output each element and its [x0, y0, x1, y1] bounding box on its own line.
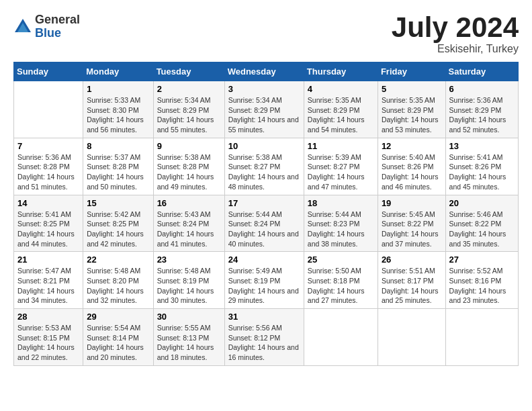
calendar-cell: 20 Sunrise: 5:46 AMSunset: 8:22 PMDaylig… [445, 195, 518, 252]
calendar-cell: 28 Sunrise: 5:53 AMSunset: 8:15 PMDaylig… [14, 309, 83, 366]
calendar-cell: 29 Sunrise: 5:54 AMSunset: 8:14 PMDaylig… [83, 309, 153, 366]
calendar-cell [14, 81, 83, 138]
header-wednesday: Wednesday [224, 62, 304, 81]
day-number: 11 [308, 141, 374, 151]
calendar-cell: 25 Sunrise: 5:50 AMSunset: 8:18 PMDaylig… [304, 252, 378, 309]
day-info: Sunrise: 5:48 AMSunset: 8:20 PMDaylight:… [87, 266, 149, 306]
day-number: 23 [157, 255, 221, 265]
title-location: Eskisehir, Turkey [392, 43, 519, 55]
calendar-cell: 3 Sunrise: 5:34 AMSunset: 8:29 PMDayligh… [224, 81, 304, 138]
logo-blue: Blue [35, 27, 80, 40]
day-info: Sunrise: 5:44 AMSunset: 8:23 PMDaylight:… [308, 210, 374, 249]
page-header: General Blue July 2024 Eskisehir, Turkey [13, 13, 519, 55]
logo-text: General Blue [35, 13, 80, 40]
day-number: 17 [228, 198, 300, 208]
day-number: 26 [382, 255, 442, 265]
day-info: Sunrise: 5:36 AMSunset: 8:28 PMDaylight:… [17, 152, 79, 192]
day-info: Sunrise: 5:46 AMSunset: 8:22 PMDaylight:… [449, 210, 515, 249]
day-number: 3 [228, 84, 300, 94]
day-number: 28 [17, 312, 79, 322]
day-number: 24 [228, 255, 300, 265]
day-info: Sunrise: 5:50 AMSunset: 8:18 PMDaylight:… [308, 266, 374, 306]
calendar-cell: 24 Sunrise: 5:49 AMSunset: 8:19 PMDaylig… [224, 252, 304, 309]
day-number: 30 [157, 312, 221, 322]
header-tuesday: Tuesday [153, 62, 224, 81]
calendar-cell: 12 Sunrise: 5:40 AMSunset: 8:26 PMDaylig… [378, 138, 445, 195]
week-row-3: 14 Sunrise: 5:41 AMSunset: 8:25 PMDaylig… [14, 195, 519, 252]
calendar-cell: 21 Sunrise: 5:47 AMSunset: 8:21 PMDaylig… [14, 252, 83, 309]
calendar-cell: 15 Sunrise: 5:42 AMSunset: 8:25 PMDaylig… [83, 195, 153, 252]
logo-general: General [35, 13, 80, 27]
day-info: Sunrise: 5:54 AMSunset: 8:14 PMDaylight:… [87, 323, 149, 363]
day-number: 1 [87, 84, 149, 94]
logo: General Blue [13, 13, 80, 40]
day-number: 12 [382, 141, 442, 151]
header-friday: Friday [378, 62, 445, 81]
title-month: July 2024 [392, 13, 519, 42]
day-info: Sunrise: 5:35 AMSunset: 8:29 PMDaylight:… [382, 95, 442, 135]
day-info: Sunrise: 5:34 AMSunset: 8:29 PMDaylight:… [157, 95, 221, 135]
day-info: Sunrise: 5:52 AMSunset: 8:16 PMDaylight:… [449, 266, 515, 306]
day-info: Sunrise: 5:33 AMSunset: 8:30 PMDaylight:… [87, 95, 149, 135]
day-number: 5 [382, 84, 442, 94]
calendar-cell: 27 Sunrise: 5:52 AMSunset: 8:16 PMDaylig… [445, 252, 518, 309]
calendar-cell: 9 Sunrise: 5:38 AMSunset: 8:28 PMDayligh… [153, 138, 224, 195]
calendar-cell [378, 309, 445, 366]
calendar-cell: 26 Sunrise: 5:51 AMSunset: 8:17 PMDaylig… [378, 252, 445, 309]
day-number: 7 [17, 141, 79, 151]
week-row-5: 28 Sunrise: 5:53 AMSunset: 8:15 PMDaylig… [14, 309, 519, 366]
day-number: 18 [308, 198, 374, 208]
day-number: 22 [87, 255, 149, 265]
header-saturday: Saturday [445, 62, 518, 81]
day-info: Sunrise: 5:53 AMSunset: 8:15 PMDaylight:… [17, 323, 79, 363]
logo-icon [13, 17, 32, 36]
calendar-cell: 8 Sunrise: 5:37 AMSunset: 8:28 PMDayligh… [83, 138, 153, 195]
day-number: 25 [308, 255, 374, 265]
day-info: Sunrise: 5:35 AMSunset: 8:29 PMDaylight:… [308, 95, 374, 135]
calendar-cell: 10 Sunrise: 5:38 AMSunset: 8:27 PMDaylig… [224, 138, 304, 195]
week-row-2: 7 Sunrise: 5:36 AMSunset: 8:28 PMDayligh… [14, 138, 519, 195]
day-info: Sunrise: 5:37 AMSunset: 8:28 PMDaylight:… [87, 152, 149, 192]
calendar-cell: 5 Sunrise: 5:35 AMSunset: 8:29 PMDayligh… [378, 81, 445, 138]
day-info: Sunrise: 5:36 AMSunset: 8:29 PMDaylight:… [449, 95, 515, 135]
day-info: Sunrise: 5:44 AMSunset: 8:24 PMDaylight:… [228, 210, 300, 249]
day-number: 9 [157, 141, 221, 151]
day-info: Sunrise: 5:48 AMSunset: 8:19 PMDaylight:… [157, 266, 221, 306]
calendar-cell [304, 309, 378, 366]
day-info: Sunrise: 5:41 AMSunset: 8:25 PMDaylight:… [17, 210, 79, 249]
day-number: 4 [308, 84, 374, 94]
day-info: Sunrise: 5:56 AMSunset: 8:12 PMDaylight:… [228, 323, 300, 363]
calendar-cell: 31 Sunrise: 5:56 AMSunset: 8:12 PMDaylig… [224, 309, 304, 366]
calendar-cell: 16 Sunrise: 5:43 AMSunset: 8:24 PMDaylig… [153, 195, 224, 252]
header-sunday: Sunday [14, 62, 83, 81]
day-number: 19 [382, 198, 442, 208]
day-info: Sunrise: 5:51 AMSunset: 8:17 PMDaylight:… [382, 266, 442, 306]
calendar-cell: 2 Sunrise: 5:34 AMSunset: 8:29 PMDayligh… [153, 81, 224, 138]
day-number: 6 [449, 84, 515, 94]
day-info: Sunrise: 5:39 AMSunset: 8:27 PMDaylight:… [308, 152, 374, 192]
day-info: Sunrise: 5:34 AMSunset: 8:29 PMDaylight:… [228, 95, 300, 135]
day-info: Sunrise: 5:55 AMSunset: 8:13 PMDaylight:… [157, 323, 221, 363]
calendar-cell: 19 Sunrise: 5:45 AMSunset: 8:22 PMDaylig… [378, 195, 445, 252]
day-info: Sunrise: 5:40 AMSunset: 8:26 PMDaylight:… [382, 152, 442, 192]
calendar-cell: 13 Sunrise: 5:41 AMSunset: 8:26 PMDaylig… [445, 138, 518, 195]
calendar-cell: 14 Sunrise: 5:41 AMSunset: 8:25 PMDaylig… [14, 195, 83, 252]
day-info: Sunrise: 5:38 AMSunset: 8:27 PMDaylight:… [228, 152, 300, 192]
day-info: Sunrise: 5:45 AMSunset: 8:22 PMDaylight:… [382, 210, 442, 249]
day-number: 14 [17, 198, 79, 208]
calendar-cell: 7 Sunrise: 5:36 AMSunset: 8:28 PMDayligh… [14, 138, 83, 195]
calendar-cell: 4 Sunrise: 5:35 AMSunset: 8:29 PMDayligh… [304, 81, 378, 138]
header-thursday: Thursday [304, 62, 378, 81]
day-number: 2 [157, 84, 221, 94]
calendar-cell: 23 Sunrise: 5:48 AMSunset: 8:19 PMDaylig… [153, 252, 224, 309]
calendar-cell: 6 Sunrise: 5:36 AMSunset: 8:29 PMDayligh… [445, 81, 518, 138]
day-info: Sunrise: 5:47 AMSunset: 8:21 PMDaylight:… [17, 266, 79, 306]
calendar-cell: 17 Sunrise: 5:44 AMSunset: 8:24 PMDaylig… [224, 195, 304, 252]
day-info: Sunrise: 5:42 AMSunset: 8:25 PMDaylight:… [87, 210, 149, 249]
day-info: Sunrise: 5:49 AMSunset: 8:19 PMDaylight:… [228, 266, 300, 306]
day-number: 29 [87, 312, 149, 322]
calendar-cell: 18 Sunrise: 5:44 AMSunset: 8:23 PMDaylig… [304, 195, 378, 252]
title-block: July 2024 Eskisehir, Turkey [392, 13, 519, 55]
calendar-cell: 1 Sunrise: 5:33 AMSunset: 8:30 PMDayligh… [83, 81, 153, 138]
calendar-cell: 11 Sunrise: 5:39 AMSunset: 8:27 PMDaylig… [304, 138, 378, 195]
